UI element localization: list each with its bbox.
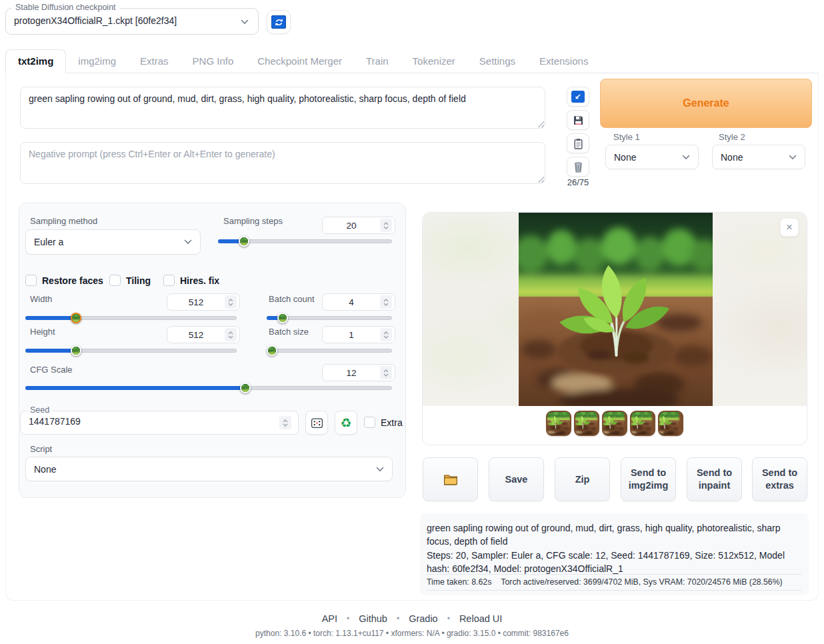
- cfg-scale-input[interactable]: [322, 364, 395, 381]
- cfg-scale-slider[interactable]: [25, 383, 392, 393]
- generation-info-panel: green sapling rowing out of ground, mud,…: [420, 513, 809, 595]
- footer-link-api[interactable]: API: [322, 613, 337, 624]
- recycle-icon: ♻: [340, 417, 351, 429]
- send-to-extras-button[interactable]: Send to extras: [752, 457, 807, 501]
- zip-button[interactable]: Zip: [555, 457, 610, 501]
- tab-extras[interactable]: Extras: [128, 50, 181, 73]
- chevron-down-icon: [376, 467, 384, 472]
- height-slider[interactable]: [25, 345, 237, 356]
- random-seed-button[interactable]: [305, 411, 328, 435]
- batch-size-input[interactable]: [322, 326, 395, 343]
- gallery-thumbnail-1[interactable]: [546, 411, 571, 436]
- refresh-checkpoint-button[interactable]: [267, 10, 291, 34]
- info-params-text: Steps: 20, Sampler: Euler a, CFG scale: …: [427, 549, 801, 576]
- floppy-disk-icon: [573, 115, 584, 126]
- gallery-thumbnail-3[interactable]: [602, 411, 627, 436]
- prompt-input[interactable]: green sapling rowing out of ground, mud,…: [20, 87, 545, 129]
- sampling-steps-input[interactable]: [322, 217, 395, 234]
- batch-count-slider[interactable]: [267, 313, 392, 323]
- chevron-down-icon: [241, 19, 249, 25]
- save-style-button[interactable]: [567, 110, 589, 130]
- footer-links: API • Github • Gradio • Reload UI: [0, 613, 824, 624]
- cfg-scale-label: CFG Scale: [30, 365, 73, 375]
- style2-label: Style 2: [719, 132, 745, 142]
- stepper-arrows-icon[interactable]: [380, 328, 392, 341]
- batch-count-label: Batch count: [269, 294, 315, 304]
- style1-label: Style 1: [613, 132, 640, 142]
- batch-size-label: Batch size: [269, 327, 309, 337]
- sampling-steps-label: Sampling steps: [223, 216, 283, 226]
- batch-size-slider[interactable]: [267, 345, 392, 356]
- style2-dropdown[interactable]: None: [712, 145, 805, 169]
- chevron-down-icon: [184, 239, 192, 245]
- sampling-steps-slider[interactable]: [218, 236, 392, 247]
- width-label: Width: [30, 294, 52, 304]
- send-to-inpaint-button[interactable]: Send to inpaint: [687, 457, 742, 501]
- hires-fix-checkbox[interactable]: [163, 275, 175, 286]
- gallery-thumbnail-4[interactable]: [630, 411, 655, 436]
- footer-link-github[interactable]: Github: [359, 613, 387, 624]
- checkpoint-dropdown[interactable]: Stable Diffusion checkpoint protogenX34O…: [5, 8, 259, 35]
- script-label: Script: [30, 444, 52, 454]
- footer-link-reload-ui[interactable]: Reload UI: [459, 613, 502, 624]
- sampling-method-dropdown[interactable]: Euler a: [25, 229, 201, 255]
- extra-seed-checkbox[interactable]: [364, 417, 375, 428]
- save-button[interactable]: Save: [489, 457, 544, 501]
- trash-icon: [573, 161, 584, 173]
- negative-prompt-input[interactable]: [20, 142, 545, 184]
- generated-image[interactable]: [519, 213, 713, 406]
- script-dropdown[interactable]: None: [25, 457, 393, 481]
- batch-count-input[interactable]: [322, 293, 395, 311]
- clipboard-icon: [573, 138, 584, 149]
- open-folder-button[interactable]: [423, 457, 478, 501]
- stepper-arrows-icon[interactable]: [225, 295, 237, 309]
- footer-link-gradio[interactable]: Gradio: [409, 613, 438, 624]
- bullet-separator: •: [447, 614, 450, 623]
- tiling-checkbox[interactable]: [109, 275, 121, 286]
- tab-checkpoint-merger[interactable]: Checkpoint Merger: [245, 50, 354, 73]
- gallery-thumbnail-5[interactable]: [658, 411, 683, 436]
- stepper-arrows-icon[interactable]: [279, 416, 291, 429]
- send-to-img2img-button[interactable]: Send to img2img: [621, 457, 676, 501]
- tab-tokenizer[interactable]: Tokenizer: [401, 50, 467, 73]
- restore-faces-label: Restore faces: [42, 275, 103, 286]
- style1-value: None: [614, 152, 636, 163]
- tab-img2img[interactable]: img2img: [66, 50, 128, 73]
- height-input[interactable]: [167, 326, 240, 343]
- generate-button[interactable]: Generate: [600, 79, 812, 128]
- extra-seed-label: Extra: [381, 417, 403, 428]
- output-gallery: ×: [422, 212, 807, 445]
- tab-extensions[interactable]: Extensions: [527, 50, 600, 73]
- width-input[interactable]: [167, 293, 240, 311]
- style2-value: None: [721, 152, 743, 163]
- close-gallery-button[interactable]: ×: [780, 218, 799, 237]
- hires-fix-label: Hires. fix: [180, 275, 219, 286]
- close-icon: ×: [786, 221, 793, 234]
- style1-dropdown[interactable]: None: [605, 145, 699, 169]
- width-slider[interactable]: [25, 313, 237, 323]
- chevron-down-icon: [682, 155, 690, 160]
- stepper-arrows-icon[interactable]: [380, 366, 392, 379]
- sampling-method-label: Sampling method: [30, 216, 97, 226]
- performance-stats: Time taken: 8.62sTorch active/reserved: …: [427, 574, 801, 591]
- tab-train[interactable]: Train: [354, 50, 401, 73]
- refresh-icon: [271, 15, 286, 29]
- tab-png-info[interactable]: PNG Info: [181, 50, 246, 73]
- info-prompt-text: green sapling rowing out of ground, mud,…: [427, 521, 801, 549]
- bullet-separator: •: [397, 614, 399, 623]
- chevron-down-icon: [789, 155, 797, 160]
- gallery-thumbnail-2[interactable]: [574, 411, 599, 436]
- paste-generation-params-button[interactable]: [567, 87, 589, 107]
- apply-style-button[interactable]: [567, 133, 589, 153]
- stepper-arrows-icon[interactable]: [380, 295, 392, 309]
- stepper-arrows-icon[interactable]: [380, 219, 392, 232]
- tab-txt2img[interactable]: txt2img: [5, 49, 66, 73]
- seed-input[interactable]: Seed: [20, 411, 299, 435]
- stepper-arrows-icon[interactable]: [225, 328, 237, 341]
- restore-faces-checkbox[interactable]: [25, 275, 37, 286]
- checkpoint-value: protogenX34OfficialR_1.ckpt [60fe2f34]: [14, 15, 177, 26]
- tab-settings[interactable]: Settings: [467, 50, 527, 73]
- sampling-method-value: Euler a: [34, 237, 63, 247]
- clear-prompt-button[interactable]: [567, 157, 589, 177]
- reuse-seed-button[interactable]: ♻: [335, 411, 357, 435]
